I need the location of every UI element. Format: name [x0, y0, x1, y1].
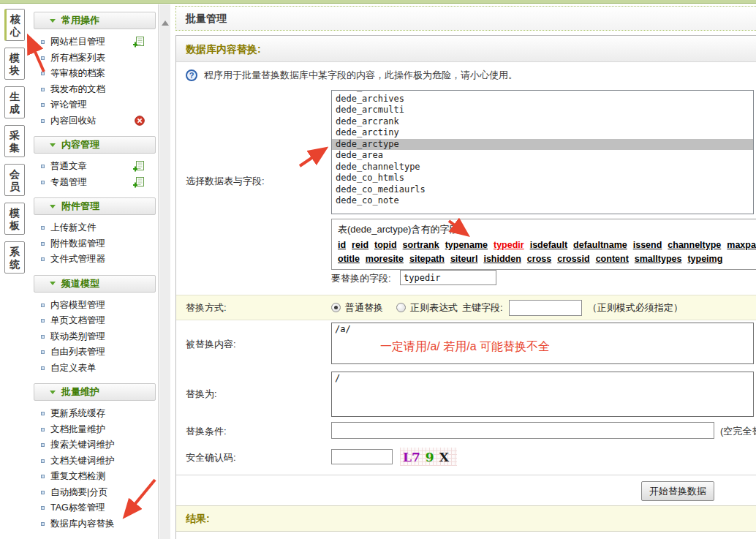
field-link[interactable]: siteurl: [450, 254, 478, 264]
replace-field-input[interactable]: [400, 270, 496, 285]
start-replace-button[interactable]: 开始替换数据: [641, 481, 714, 501]
main-content: 批量管理 数据库内容替换: ? 程序用于批量替换数据库中某字段的内容，此操作极为…: [175, 4, 756, 539]
sidebar-item[interactable]: 网站栏目管理: [31, 34, 158, 50]
collapse-arrow-icon[interactable]: [162, 20, 169, 26]
bullet-icon: [41, 506, 45, 510]
captcha-image[interactable]: L79X: [400, 448, 457, 466]
sidebar-item[interactable]: 更新系统缓存: [31, 406, 158, 422]
table-option[interactable]: dede_archives: [332, 94, 753, 105]
sidebar-item[interactable]: 内容回收站: [31, 113, 158, 129]
sidebar-section-header[interactable]: 内容管理: [34, 136, 156, 154]
field-link[interactable]: crossid: [557, 254, 589, 264]
field-link[interactable]: isdefault: [530, 240, 567, 250]
field-link[interactable]: sortrank: [403, 240, 439, 250]
table-option[interactable]: dede_arcrank: [332, 116, 753, 128]
field-link[interactable]: channeltype: [668, 240, 721, 250]
bullet-icon: [41, 475, 45, 478]
table-option[interactable]: dede_area: [332, 150, 753, 162]
bullet-icon: [41, 181, 45, 184]
field-link[interactable]: ishidden: [483, 254, 521, 264]
table-option[interactable]: dede_co_note: [332, 195, 753, 207]
sidebar-item[interactable]: 附件数据管理: [31, 236, 158, 252]
batch-panel: 数据库内容替换: ? 程序用于批量替换数据库中某字段的内容，此操作极为危险，请小…: [175, 35, 756, 539]
source-textarea[interactable]: /a/ 一定请用/a/ 若用/a 可能替换不全: [331, 323, 754, 364]
table-option[interactable]: dede_co_mediaurls: [332, 184, 753, 196]
normal-replace-radio[interactable]: [331, 303, 341, 312]
normal-replace-label[interactable]: 普通替换: [345, 301, 383, 314]
field-link[interactable]: sitepath: [409, 254, 445, 264]
target-textarea[interactable]: /: [331, 372, 754, 417]
field-link[interactable]: smalltypes: [635, 254, 682, 264]
condition-note: (空完全替: [720, 425, 756, 438]
sidebar-item[interactable]: 普通文章: [31, 159, 158, 175]
field-link[interactable]: id: [338, 240, 346, 250]
vertical-tab-1[interactable]: 核心: [4, 9, 25, 41]
field-link[interactable]: typename: [445, 240, 488, 250]
bullet-icon: [41, 56, 45, 60]
sidebar-item[interactable]: 自动摘要|分页: [31, 485, 158, 501]
sidebar-section-title: 批量维护: [61, 385, 99, 399]
sidebar-item[interactable]: 搜索关键词维护: [31, 437, 158, 453]
sidebar-item[interactable]: 文档关键词维护: [31, 453, 158, 470]
field-link[interactable]: moresite: [366, 254, 404, 264]
bullet-icon: [41, 443, 45, 447]
bullet-icon: [41, 522, 45, 526]
sidebar-splitter[interactable]: [159, 4, 170, 539]
table-option[interactable]: dede_arctiny: [332, 127, 753, 139]
vertical-tab-5[interactable]: 会员: [4, 164, 25, 196]
source-annotation-text: 一定请用/a/ 若用/a 可能替换不全: [380, 339, 550, 355]
sidebar-item[interactable]: 自由列表管理: [31, 344, 158, 361]
table-option[interactable]: dede_co_htmls: [332, 173, 753, 184]
vertical-tab-7[interactable]: 系统: [4, 241, 25, 274]
sidebar-item[interactable]: 数据库内容替换: [31, 516, 158, 532]
primary-key-input[interactable]: [509, 300, 582, 316]
sidebar-section-header[interactable]: 频道模型: [34, 275, 156, 293]
regex-replace-radio[interactable]: [396, 303, 406, 312]
result-header: 结果:: [176, 505, 756, 532]
sidebar-item[interactable]: 文件式管理器: [31, 252, 158, 268]
field-link[interactable]: otitle: [338, 254, 360, 264]
sidebar-item[interactable]: TAG标签管理: [31, 500, 158, 516]
sidebar-item[interactable]: 所有档案列表: [31, 50, 158, 67]
target-value: /: [335, 373, 340, 383]
bullet-icon: [41, 412, 45, 415]
field-link[interactable]: defaultname: [573, 240, 627, 250]
table-option[interactable]: dede_arctype: [332, 139, 753, 151]
replace-mode-row: 替换方式: 普通替换 正则表达式 主键字段: （正则模式必须指定）: [176, 295, 756, 320]
vertical-tab-3[interactable]: 生成: [4, 86, 25, 118]
sidebar-item[interactable]: 单页文档管理: [31, 313, 158, 329]
sidebar-section-header[interactable]: 常用操作: [34, 12, 156, 29]
sidebar-item[interactable]: 联动类别管理: [31, 329, 158, 345]
sidebar-section-header[interactable]: 批量维护: [34, 383, 156, 401]
condition-input[interactable]: [331, 422, 714, 439]
sidebar-item[interactable]: 专题管理: [31, 175, 158, 191]
sidebar-item[interactable]: 文档批量维护: [31, 422, 158, 438]
table-option[interactable]: dede_arcmulti: [332, 105, 753, 116]
sidebar-item[interactable]: 自定义表单: [31, 361, 158, 377]
sidebar-item-label: 文档关键词维护: [50, 455, 115, 467]
sidebar-item[interactable]: 评论管理: [31, 97, 158, 113]
sidebar-item[interactable]: 我发布的文档: [31, 82, 158, 98]
target-label: 替换为:: [186, 388, 217, 401]
vertical-tab-4[interactable]: 采集: [4, 125, 25, 157]
regex-replace-label[interactable]: 正则表达式: [410, 301, 458, 314]
field-link[interactable]: reid: [352, 240, 368, 250]
sidebar-item[interactable]: 上传新文件: [31, 220, 158, 236]
captcha-input[interactable]: [331, 449, 393, 464]
vertical-tab-2[interactable]: 模块: [4, 48, 25, 80]
sidebar-item[interactable]: 内容模型管理: [31, 298, 158, 314]
field-link[interactable]: cross: [527, 254, 551, 264]
field-link[interactable]: typedir: [494, 240, 524, 250]
vertical-tab-6[interactable]: 模板: [4, 203, 25, 235]
table-option[interactable]: dede_channeltype: [332, 162, 753, 173]
field-link[interactable]: maxpage: [727, 240, 756, 250]
field-link[interactable]: issend: [633, 240, 662, 250]
field-link[interactable]: topid: [374, 240, 397, 250]
field-link[interactable]: typeimg: [687, 254, 722, 264]
sidebar-item[interactable]: 重复文档检测: [31, 469, 158, 485]
sidebar-section-header[interactable]: 附件管理: [34, 197, 156, 215]
sidebar-item[interactable]: 等审核的档案: [31, 66, 158, 82]
table-listbox[interactable]: dede_arccachedede_archivesdede_arcmultid…: [331, 90, 754, 214]
field-links-line1: idreidtopidsortranktypenametypedirisdefa…: [338, 240, 756, 250]
field-link[interactable]: content: [596, 254, 629, 264]
